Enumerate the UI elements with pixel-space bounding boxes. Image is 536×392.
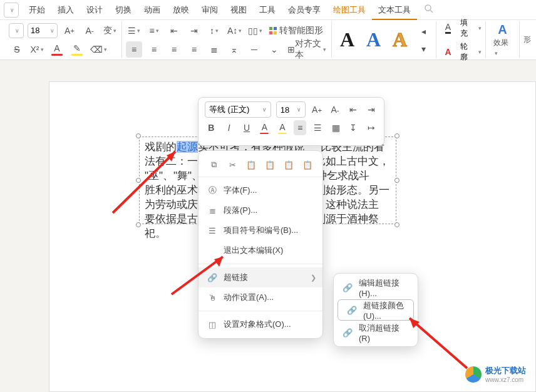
fill-label: 填充 <box>460 18 473 39</box>
mini-align[interactable]: ≡ <box>294 120 306 135</box>
ctx-cut-icon[interactable]: ✂ <box>226 158 239 171</box>
tab-slideshow[interactable]: 放映 <box>167 0 195 20</box>
mini-font-family[interactable]: 等线 (正文)∨ <box>205 101 271 118</box>
ctx-format-object[interactable]: ◫设置对象格式(O)... <box>198 314 322 334</box>
wordart-next[interactable]: ▾ <box>416 41 432 57</box>
tab-insert[interactable]: 插入 <box>51 0 80 20</box>
hyperlink-text[interactable]: 起源 <box>177 141 198 153</box>
ctx-paste-icon[interactable]: 📋 <box>245 158 257 171</box>
search-icon[interactable] <box>423 3 437 17</box>
tab-tools[interactable]: 工具 <box>253 0 282 20</box>
mini-toolbar: 等线 (正文)∨ 18∨ A+ A- ⇤ ⇥ B I U A A ≡ ☰ ▦ ↧… <box>198 97 384 146</box>
text-direction[interactable]: A↕▾ <box>226 23 243 39</box>
watermark: 极光下载站 www.xz7.com <box>465 365 526 383</box>
text-outline[interactable]: A <box>440 44 456 60</box>
superscript[interactable]: X²▾ <box>29 41 45 58</box>
link-icon: 🔗 <box>207 273 217 282</box>
font-size-box[interactable]: 18∨ <box>28 23 58 38</box>
ctx-paste-text-icon[interactable]: 📋 <box>282 158 295 171</box>
ctx-paragraph[interactable]: ≣段落(P)... <box>198 200 322 220</box>
grow-font[interactable]: A+ <box>61 23 78 39</box>
align-center[interactable]: ≡ <box>146 41 162 58</box>
ctx-copy-icon[interactable]: ⧉ <box>207 158 220 171</box>
ctx-paste-format-icon[interactable]: 📋 <box>301 158 314 171</box>
tab-design[interactable]: 设计 <box>80 0 109 20</box>
tab-review[interactable]: 审阅 <box>195 0 224 20</box>
mini-bold[interactable]: B <box>205 120 217 135</box>
link-remove-icon: 🔗 <box>343 328 353 338</box>
mini-shrink[interactable]: A- <box>329 102 342 117</box>
sub-hyperlink-color[interactable]: 🔗超链接颜色(U)... <box>338 299 414 321</box>
mini-highlight[interactable]: A <box>276 120 289 135</box>
wordart-style-2[interactable]: A <box>362 28 386 52</box>
ctx-font[interactable]: Ⓐ字体(F)... <box>198 180 322 200</box>
tab-member[interactable]: 会员专享 <box>282 0 327 20</box>
handle-tr[interactable] <box>394 133 399 138</box>
clear-format[interactable]: ⌫▾ <box>89 41 108 58</box>
ribbon: ∨ 18∨ A+ A- 变▾ S X²▾ A ✎ ⌫▾ ☰▾ ≡▾ ⇤ ⇥ ↕▾… <box>0 20 536 60</box>
tab-texttools[interactable]: 文本工具 <box>372 0 417 20</box>
mouse-icon: 🖱 <box>207 293 217 302</box>
mini-insert-col[interactable]: ↦ <box>365 120 378 135</box>
tab-transition[interactable]: 切换 <box>109 0 138 20</box>
handle-bl[interactable] <box>136 222 141 227</box>
font-family-dropdown[interactable]: ∨ <box>9 23 24 38</box>
ctx-paste-special-icon[interactable]: 📋 <box>264 158 276 171</box>
mini-font-size[interactable]: 18∨ <box>276 101 306 118</box>
line-spacing[interactable]: ↕▾ <box>206 23 222 39</box>
align-text-menu[interactable]: ⊞ 对齐文本▾ <box>286 41 327 58</box>
ctx-hyperlink[interactable]: 🔗超链接❯ <box>198 267 322 287</box>
smart-graphic[interactable]: 转智能图形 <box>267 23 324 39</box>
wordart-style-3[interactable]: A <box>388 28 412 52</box>
new-dropdown[interactable]: ∨ <box>4 3 19 18</box>
case-change[interactable]: 变▾ <box>101 23 118 39</box>
mini-indent-inc[interactable]: ⇥ <box>364 102 378 117</box>
align-right[interactable]: ≡ <box>166 41 182 58</box>
mini-font-color[interactable]: A <box>258 120 271 135</box>
columns[interactable]: ▯▯▾ <box>247 23 264 39</box>
valign-top[interactable]: ⌅ <box>226 41 242 58</box>
indent-dec[interactable]: ⇤ <box>166 23 182 39</box>
valign-mid[interactable]: ─ <box>246 41 262 58</box>
tab-view[interactable]: 视图 <box>224 0 253 20</box>
numbering[interactable]: ≡▾ <box>146 23 162 39</box>
align-justify[interactable]: ≡ <box>186 41 202 58</box>
handle-tl[interactable] <box>136 133 141 138</box>
sub-remove-hyperlink[interactable]: 🔗取消超链接(R) <box>334 322 418 343</box>
valign-bot[interactable]: ⌄ <box>266 41 282 58</box>
chevron-right-icon: ❯ <box>311 274 316 282</box>
svg-rect-5 <box>274 31 277 34</box>
ctx-iconbar: ⧉ ✂ 📋 📋 📋 📋 <box>198 155 322 173</box>
hyperlink-submenu: 🔗编辑超链接(H)... 🔗超链接颜色(U)... 🔗取消超链接(R) <box>333 273 418 347</box>
handle-mr[interactable] <box>394 178 399 183</box>
align-left[interactable]: ≡ <box>126 41 142 58</box>
align-distribute[interactable]: ≣ <box>206 41 222 58</box>
mini-insert-row[interactable]: ↧ <box>347 120 359 135</box>
font-color[interactable]: A <box>49 41 65 58</box>
ctx-action[interactable]: 🖱动作设置(A)... <box>198 287 322 307</box>
mini-table[interactable]: ▦ <box>329 120 342 135</box>
shrink-font[interactable]: A- <box>81 23 98 39</box>
mini-bullets[interactable]: ☰ <box>311 120 324 135</box>
tab-animation[interactable]: 动画 <box>138 0 167 20</box>
mini-indent-dec[interactable]: ⇤ <box>346 102 359 117</box>
mini-italic[interactable]: I <box>222 120 235 135</box>
tab-start[interactable]: 开始 <box>23 0 51 20</box>
ctx-bullets[interactable]: ☰项目符号和编号(B)... <box>198 220 322 240</box>
sub-edit-hyperlink[interactable]: 🔗编辑超链接(H)... <box>334 277 418 297</box>
wordart-prev[interactable]: ◂ <box>416 23 432 39</box>
handle-br[interactable] <box>394 222 399 227</box>
ctx-exit-text[interactable]: 退出文本编辑(X) <box>198 240 322 260</box>
svg-point-0 <box>425 5 431 11</box>
highlight-color[interactable]: ✎ <box>69 41 85 58</box>
text-effect[interactable]: A 效果▾ <box>490 21 515 58</box>
handle-ml[interactable] <box>136 178 141 183</box>
bullets[interactable]: ☰▾ <box>126 23 142 39</box>
indent-inc[interactable]: ⇥ <box>186 23 202 39</box>
tab-drawtools[interactable]: 绘图工具 <box>327 0 372 20</box>
mini-grow[interactable]: A+ <box>311 102 324 117</box>
wordart-style-1[interactable]: A <box>336 28 359 52</box>
strike[interactable]: S <box>9 41 25 58</box>
mini-underline[interactable]: U <box>240 120 253 135</box>
text-fill[interactable]: A <box>440 20 456 36</box>
